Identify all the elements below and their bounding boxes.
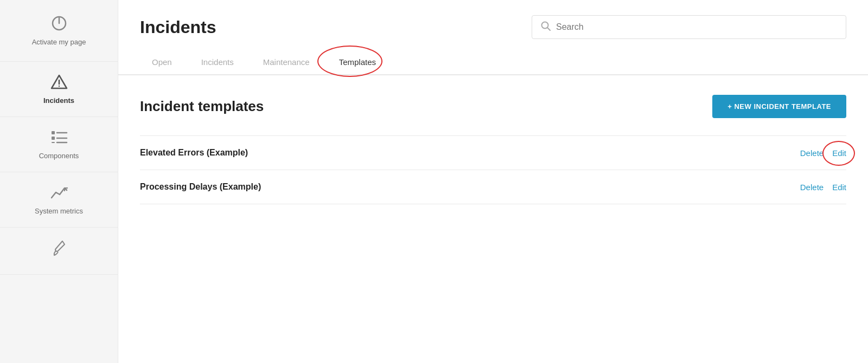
svg-line-12 [547,28,550,30]
svg-rect-6 [52,137,55,140]
edit-button-0[interactable]: Edit [832,148,846,158]
sidebar-item-customize[interactable] [0,228,118,275]
search-box[interactable] [532,15,846,39]
svg-rect-7 [52,142,55,143]
tab-incidents[interactable]: Incidents [189,50,246,74]
svg-rect-5 [52,131,55,134]
sidebar-item-activate[interactable]: Activate my page [0,0,118,62]
template-actions: Delete Edit [800,183,846,192]
sidebar-item-components[interactable]: Components [0,117,118,172]
sidebar: Activate my page Incidents Components [0,0,118,363]
edit-button-1[interactable]: Edit [832,183,846,192]
content-area: Incident templates + NEW INCIDENT TEMPLA… [118,75,868,363]
template-name: Processing Delays (Example) [140,182,261,192]
template-list: Elevated Errors (Example) Delete Edit Pr… [140,135,846,204]
page-header: Incidents [118,0,868,50]
sidebar-item-components-label: Components [39,152,79,160]
sidebar-item-activate-label: Activate my page [32,38,86,46]
tabs-nav: Open Incidents Maintenance Templates [118,50,868,75]
template-actions: Delete Edit [800,148,846,158]
sidebar-item-system-metrics-label: System metrics [35,207,83,215]
new-incident-template-button[interactable]: + NEW INCIDENT TEMPLATE [712,95,846,118]
chart-icon [49,184,69,204]
content-header: Incident templates + NEW INCIDENT TEMPLA… [140,95,846,118]
list-icon [49,129,69,148]
sidebar-item-incidents-label: Incidents [43,96,74,105]
delete-button-0[interactable]: Delete [800,148,824,158]
table-row: Elevated Errors (Example) Delete Edit [140,136,846,170]
tab-open[interactable]: Open [140,50,184,74]
template-name: Elevated Errors (Example) [140,148,248,158]
tab-templates[interactable]: Templates [327,50,388,74]
section-title: Incident templates [140,98,264,115]
page-title: Incidents [140,17,216,37]
svg-point-4 [58,86,59,87]
power-icon [49,15,69,35]
brush-icon [49,239,69,259]
sidebar-item-incidents[interactable]: Incidents [0,62,118,117]
warning-icon [49,74,69,93]
table-row: Processing Delays (Example) Delete Edit [140,170,846,204]
tab-templates-wrapper: Templates [327,50,393,74]
tab-maintenance[interactable]: Maintenance [251,50,322,74]
delete-button-1[interactable]: Delete [800,183,824,192]
sidebar-item-system-metrics[interactable]: System metrics [0,172,118,228]
main-content: Incidents Open Incidents Maintenance Tem… [118,0,868,363]
search-input[interactable] [556,22,837,32]
search-icon [541,21,551,33]
